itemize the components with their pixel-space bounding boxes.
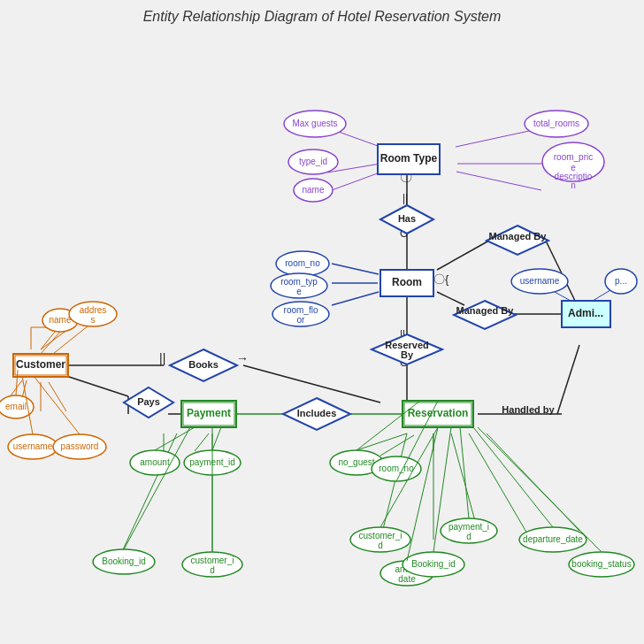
svg-text:d: d: [466, 532, 472, 541]
svg-text:password: password: [61, 441, 99, 451]
svg-text:Payment: Payment: [187, 407, 231, 419]
svg-text:Customer: Customer: [16, 358, 65, 371]
svg-text:By: By: [401, 349, 414, 360]
svg-line-149: [124, 427, 190, 549]
svg-text:room_no: room_no: [285, 258, 320, 268]
svg-text:→: →: [236, 351, 249, 365]
svg-text:||: ||: [159, 351, 165, 365]
svg-text:room_typ: room_typ: [280, 277, 318, 287]
svg-line-44: [437, 237, 495, 270]
svg-line-46: [437, 292, 464, 305]
svg-text:name: name: [49, 315, 71, 325]
svg-line-43: [557, 345, 579, 414]
svg-text:addres: addres: [80, 305, 107, 315]
svg-line-31: [195, 433, 209, 451]
svg-line-10: [456, 172, 541, 190]
svg-text:Pays: Pays: [137, 396, 160, 407]
svg-line-35: [380, 435, 414, 456]
svg-text:Handled by: Handled by: [502, 404, 555, 415]
svg-line-39: [451, 433, 478, 531]
svg-text:customer_i: customer_i: [359, 531, 402, 540]
svg-text:booking_status: booking_status: [571, 559, 631, 569]
svg-line-148: [212, 427, 221, 450]
svg-text:or: or: [297, 315, 306, 325]
svg-line-7: [332, 172, 382, 190]
svg-text:Room: Room: [392, 276, 422, 288]
svg-text:Max guests: Max guests: [292, 119, 337, 128]
svg-text:Admi...: Admi...: [568, 307, 603, 319]
svg-text:no_guest: no_guest: [338, 457, 374, 467]
svg-text:d: d: [378, 540, 383, 550]
svg-line-5: [336, 131, 380, 147]
svg-text:amount: amount: [140, 457, 170, 467]
svg-text:〇{: 〇{: [433, 272, 449, 286]
svg-text:room_no: room_no: [379, 464, 414, 473]
svg-text:username: username: [13, 441, 53, 451]
svg-line-145: [473, 427, 553, 527]
svg-text:Books: Books: [188, 359, 218, 370]
svg-text:Managed By: Managed By: [489, 231, 548, 242]
svg-text:username: username: [520, 276, 560, 286]
diagram-container: Entity Relationship Diagram of Hotel Res…: [0, 0, 644, 644]
svg-line-13: [332, 292, 379, 305]
svg-text:Booking_id: Booking_id: [411, 559, 455, 569]
svg-line-144: [460, 427, 469, 518]
svg-text:Includes: Includes: [297, 408, 337, 418]
svg-text:email: email: [5, 402, 27, 411]
svg-text:room_pric: room_pric: [554, 152, 593, 162]
svg-text:payment_i: payment_i: [448, 522, 489, 532]
svg-text:n: n: [571, 180, 576, 190]
svg-text:type_id: type_id: [299, 157, 327, 166]
svg-line-8: [456, 131, 529, 147]
svg-text:Booking_id: Booking_id: [102, 556, 145, 566]
svg-text:room_flo: room_flo: [284, 305, 318, 315]
svg-line-11: [332, 264, 379, 274]
svg-line-37: [380, 433, 407, 540]
svg-text:date: date: [398, 574, 416, 584]
svg-text:s: s: [91, 315, 96, 325]
svg-text:name: name: [302, 185, 324, 195]
svg-text:d: d: [210, 565, 215, 575]
svg-line-25: [66, 376, 128, 396]
svg-line-34: [354, 433, 407, 451]
svg-text:Room Type: Room Type: [380, 152, 438, 165]
svg-text:||: ||: [402, 192, 408, 204]
svg-text:total_rooms: total_rooms: [533, 119, 579, 128]
svg-text:p...: p...: [615, 276, 627, 286]
svg-text:departure_date: departure_date: [523, 534, 583, 544]
svg-text:Has: Has: [398, 213, 416, 224]
svg-text:Managed By: Managed By: [456, 305, 515, 316]
svg-text:Reservation: Reservation: [408, 407, 469, 419]
svg-text:e: e: [296, 287, 302, 296]
svg-text:customer_i: customer_i: [191, 556, 234, 565]
svg-line-16: [243, 365, 380, 402]
